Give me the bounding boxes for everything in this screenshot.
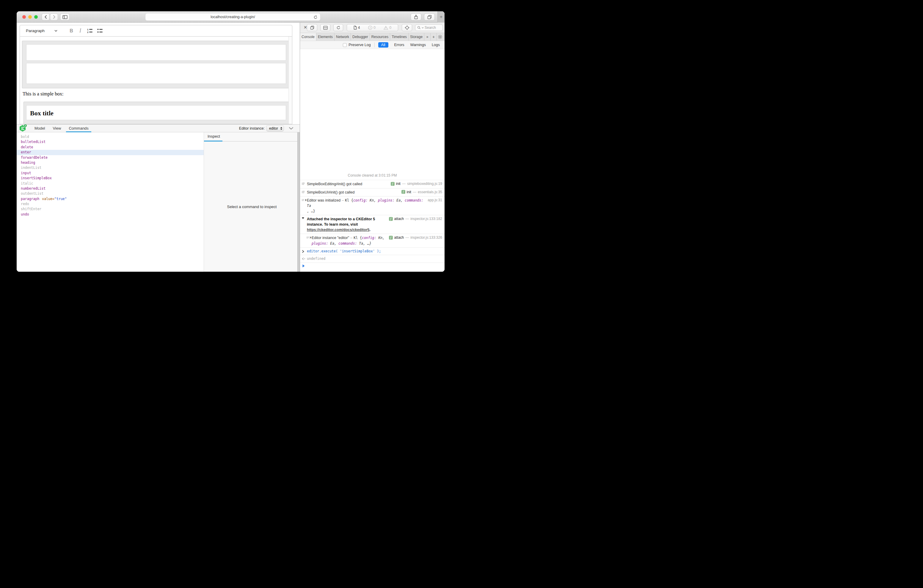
collapse-inspector-button[interactable] [287,127,295,130]
filter-logs[interactable]: Logs [432,43,440,47]
source-location[interactable]: inspector.js:133:326 [411,235,442,240]
command-item[interactable]: undo [16,212,204,217]
preserve-log-checkbox[interactable] [343,43,347,47]
paragraph-text[interactable]: This is a simple box: [23,91,64,97]
inspector-tab[interactable]: Timelines [390,33,409,41]
ckeditor-inspector-header: 5 ModelViewCommands Editor instance: edi… [16,125,300,132]
tab-inspect[interactable]: Inspect [207,134,220,138]
command-item[interactable]: italic [16,181,204,186]
console-result-entry[interactable]: undefined [300,255,445,263]
source-location[interactable]: simpleboxediting.js:19 [407,182,442,186]
close-window-button[interactable] [22,15,26,19]
inspector-tab[interactable]: View [49,125,65,132]
inspector-tab[interactable]: Model [31,125,49,132]
filter-warnings[interactable]: Warnings [411,43,426,47]
settings-button[interactable] [437,33,443,41]
command-item[interactable]: input [16,171,204,176]
reload-page-button[interactable] [333,24,343,31]
error-icon [368,26,372,30]
filter-errors[interactable]: Errors [394,43,404,47]
simple-box-title-field[interactable]: Box title [26,105,286,120]
console-prompt[interactable] [300,263,445,272]
simple-box-widget[interactable]: Box title [23,102,289,124]
bold-button[interactable]: B [67,28,76,34]
disclosure-triangle-expanded[interactable] [302,217,304,219]
ckeditor-logo-icon: 5 [20,125,26,132]
numbered-list-button[interactable]: 1 2 [85,28,95,33]
command-item[interactable]: bold [16,135,204,140]
inspector-tab[interactable]: Storage [409,33,424,41]
back-button[interactable] [42,13,50,21]
inspector-tab[interactable]: Debugger [351,33,370,41]
console-log-entry[interactable]: Editor was initialized–Kl {config: Kn, p… [300,196,445,215]
command-item[interactable]: redo [16,202,204,207]
source-location[interactable]: inspector.js:133:182 [411,217,442,221]
bulleted-list-icon [97,28,103,33]
inspector-search-field[interactable]: Search [415,25,443,31]
command-item[interactable]: outdentList [16,191,204,196]
editor-scrollbar[interactable] [288,36,292,124]
ckeditor-docs-link[interactable]: https://ckeditor.com/docs/ckeditor5 [307,228,370,232]
share-button[interactable] [411,13,421,21]
inspector-tab[interactable]: Elements [316,33,335,41]
add-tab-button[interactable]: + [430,33,437,41]
command-item[interactable]: numberedList [16,186,204,191]
log-icon [302,182,305,185]
sidebar-toggle-button[interactable] [60,13,70,21]
command-item[interactable]: indentList [16,165,204,170]
url-field[interactable]: localhost/creating-a-plugin/ [145,13,320,21]
source-location[interactable]: app.js:31 [428,198,442,202]
filter-all[interactable]: All [378,42,388,48]
reload-icon [336,26,340,30]
console-log-entry[interactable]: Attached the inspector to a CKEditor 5 i… [300,215,445,234]
command-item[interactable]: bulletedList [16,140,204,145]
element-picker-button[interactable] [402,24,412,31]
console-cleared-message: Console cleared at 3:01:15 PM [300,171,445,180]
simple-box-title-field[interactable] [26,44,286,61]
close-inspector-button[interactable]: ✕ [304,25,307,30]
editor-content[interactable]: This is a simple box: Box title [20,36,292,124]
inspector-scrollbar[interactable] [297,132,300,272]
tab-overview-button[interactable] [424,13,435,21]
bulleted-list-button[interactable] [95,28,105,33]
warning-icon [384,26,388,30]
command-item[interactable]: forwardDelete [16,155,204,160]
italic-button[interactable]: I [76,28,85,34]
new-tab-button[interactable]: + [437,11,445,23]
editor-instance-select[interactable]: editor [266,125,284,131]
command-item[interactable]: delete [16,145,204,150]
simple-box-widget-selected[interactable] [22,41,290,88]
tab-overflow-button[interactable]: » [424,33,430,41]
inspector-tab[interactable]: Network [335,33,351,41]
console-log-entry-nested[interactable]: Editor instance "editor"–Kl {config: Kn,… [300,234,445,247]
simple-box-description-field[interactable] [26,63,286,84]
command-item[interactable]: heading [16,160,204,165]
inspector-tab[interactable]: Console [300,33,316,41]
heading-dropdown[interactable]: Paragraph [20,28,62,33]
document-count: 4 [353,26,360,30]
log-icon [302,191,305,194]
forward-button[interactable] [50,13,58,21]
minimize-window-button[interactable] [28,15,32,19]
console-log-entry[interactable]: SimpleBoxUI#init() got called finit—esse… [300,188,445,196]
inspect-empty-message: Select a command to inspect [204,141,300,272]
issues-summary[interactable]: 4 0 0 [347,24,398,31]
dock-side-icon [310,26,314,30]
dock-side-button[interactable] [307,24,317,31]
command-item[interactable]: enter [16,150,204,155]
command-item[interactable]: paragraphvalue="true" [16,197,204,202]
console-log-entry[interactable]: SimpleBoxEditing#init() got called finit… [300,180,445,188]
inspector-body: boldbulletedListdeleteenterforwardDelete… [16,132,300,272]
inspector-tab-bar: ConsoleElementsNetworkDebuggerResourcesT… [300,33,445,41]
source-location[interactable]: essentials.js:35 [418,190,442,194]
dock-bottom-button[interactable] [320,24,330,31]
command-item[interactable]: insertSimpleBox [16,176,204,181]
svg-text:1: 1 [87,28,89,31]
console-input-entry[interactable]: editor.execute( 'insertSimpleBox' ); [300,247,445,255]
chevron-down-icon [422,27,424,28]
inspector-tab[interactable]: Resources [370,33,390,41]
inspector-tab[interactable]: Commands [65,125,92,132]
command-item[interactable]: shiftEnter [16,207,204,212]
zoom-window-button[interactable] [34,15,38,19]
reload-button[interactable] [314,15,318,19]
